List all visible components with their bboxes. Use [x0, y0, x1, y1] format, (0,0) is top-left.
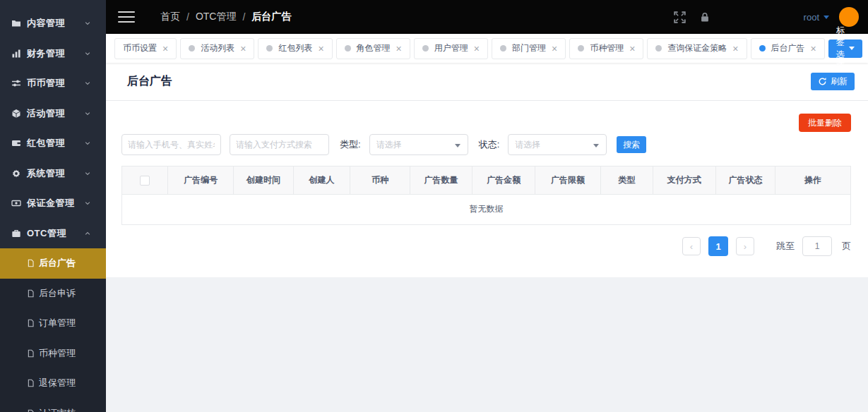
caret-down-icon — [849, 47, 855, 50]
chevron-down-icon — [84, 170, 91, 177]
breadcrumb-current: 后台广告 — [251, 11, 291, 23]
select-all-checkbox[interactable] — [140, 176, 150, 186]
file-icon — [27, 349, 35, 358]
type-select[interactable]: 请选择 — [369, 134, 468, 155]
sidebar-item-label: 币币管理 — [27, 77, 84, 90]
sidebar-item-coin-mgmt[interactable]: 币币管理 — [0, 68, 106, 99]
ads-table: 广告编号 创建时间 创建人 币种 广告数量 广告金额 广告限额 类型 支付方式 … — [121, 166, 851, 225]
caret-down-icon — [455, 144, 460, 147]
tab-label: 后台广告 — [771, 42, 805, 54]
tab-backend-ads[interactable]: 后台广告 × — [751, 38, 825, 59]
tab-coin-settings[interactable]: 币币设置 × — [114, 38, 177, 59]
tab-dot-icon — [500, 45, 506, 52]
column-header-creator: 创建人 — [293, 166, 350, 194]
cube-icon — [11, 109, 21, 119]
close-icon[interactable]: × — [732, 44, 738, 54]
sidebar-item-redpacket-mgmt[interactable]: 红包管理 — [0, 128, 106, 159]
tab-label: 查询保证金策略 — [667, 42, 727, 54]
phone-name-search-input[interactable] — [121, 134, 221, 155]
close-icon[interactable]: × — [552, 44, 557, 54]
column-header-ad-id: 广告编号 — [168, 166, 234, 194]
tab-activity-list[interactable]: 活动列表 × — [180, 38, 254, 59]
fullscreen-icon[interactable] — [674, 11, 686, 23]
select-all-cell — [122, 166, 168, 194]
banknote-icon — [11, 198, 21, 208]
file-icon — [27, 319, 35, 327]
close-icon[interactable]: × — [474, 44, 480, 54]
tag-options-button[interactable]: 标签选项 — [828, 40, 862, 58]
type-filter-label: 类型: — [340, 138, 361, 151]
submenu-item-label: 币种管理 — [39, 347, 76, 360]
search-button[interactable]: 搜索 — [617, 136, 646, 153]
refresh-button[interactable]: 刷新 — [811, 73, 855, 90]
close-icon[interactable]: × — [396, 44, 402, 54]
column-header-payment-method: 支付方式 — [653, 166, 716, 194]
sidebar-item-finance-mgmt[interactable]: 财务管理 — [0, 39, 106, 69]
page-title: 后台广告 — [127, 74, 172, 89]
close-icon[interactable]: × — [162, 44, 168, 54]
next-page-button[interactable]: › — [736, 237, 754, 255]
submenu-item-label: 退保管理 — [39, 377, 76, 389]
submenu-item-order-mgmt[interactable]: 订单管理 — [0, 308, 106, 339]
prev-page-button[interactable]: ‹ — [682, 237, 701, 255]
tab-label: 币币设置 — [123, 42, 157, 54]
file-icon — [27, 289, 35, 298]
sidebar-item-otc-mgmt[interactable]: OTC管理 — [0, 219, 106, 249]
sidebar-item-system-mgmt[interactable]: 系统管理 — [0, 159, 106, 189]
breadcrumb-section[interactable]: OTC管理 — [196, 11, 237, 23]
close-icon[interactable]: × — [318, 44, 323, 54]
title-bar: 后台广告 刷新 — [106, 63, 868, 101]
tab-currency-mgmt[interactable]: 币种管理 × — [569, 38, 643, 59]
empty-state-text: 暂无数据 — [122, 194, 850, 224]
hamburger-menu-icon[interactable] — [118, 8, 135, 26]
bulk-delete-button[interactable]: 批量删除 — [799, 114, 851, 132]
sidebar-item-label: 活动管理 — [27, 107, 84, 120]
breadcrumb-separator: / — [242, 11, 245, 23]
caret-down-icon — [824, 16, 829, 19]
submenu-item-refund-mgmt[interactable]: 退保管理 — [0, 368, 106, 399]
lock-icon[interactable] — [699, 11, 711, 23]
column-header-ad-limit: 广告限额 — [535, 166, 601, 194]
empty-state-row: 暂无数据 — [122, 194, 850, 224]
close-icon[interactable]: × — [629, 44, 635, 54]
file-icon — [27, 259, 35, 267]
sidebar-item-margin-mgmt[interactable]: 保证金管理 — [0, 188, 106, 219]
close-icon[interactable]: × — [240, 44, 246, 54]
file-icon — [27, 409, 35, 412]
sidebar-item-content-mgmt[interactable]: 内容管理 — [0, 8, 106, 39]
refresh-icon — [818, 77, 827, 86]
submenu-item-currency-mgmt[interactable]: 币种管理 — [0, 339, 106, 369]
file-icon — [27, 379, 35, 387]
bar-chart-icon — [11, 49, 21, 59]
payment-method-search-input[interactable] — [230, 134, 329, 155]
sidebar-item-activity-mgmt[interactable]: 活动管理 — [0, 99, 106, 129]
submenu-item-verification[interactable]: 认证审核 — [0, 399, 106, 412]
sidebar-item-label: 保证金管理 — [27, 197, 84, 210]
tab-margin-policy-query[interactable]: 查询保证金策略 × — [647, 38, 747, 59]
wallet-icon — [11, 138, 21, 148]
table-header-row: 广告编号 创建时间 创建人 币种 广告数量 广告金额 广告限额 类型 支付方式 … — [122, 166, 850, 194]
sidebar-item-label: OTC管理 — [27, 227, 84, 240]
column-header-ad-amount: 广告金额 — [472, 166, 535, 194]
page-unit-label: 页 — [842, 240, 851, 253]
main-area: 首页 / OTC管理 / 后台广告 root 币币设置 × 活动列表 × — [106, 0, 868, 412]
breadcrumb-home[interactable]: 首页 — [160, 11, 180, 23]
status-select[interactable]: 请选择 — [508, 134, 607, 155]
jump-to-label: 跳至 — [776, 240, 795, 253]
submenu-item-label: 后台申诉 — [39, 287, 76, 300]
tab-dot-icon — [422, 45, 429, 52]
tab-department-mgmt[interactable]: 部门管理 × — [492, 38, 566, 59]
jump-page-input[interactable] — [802, 236, 832, 256]
user-menu[interactable]: root — [804, 12, 829, 23]
sidebar-item-label: 系统管理 — [27, 167, 84, 180]
gear-icon — [11, 169, 21, 178]
tab-user-mgmt[interactable]: 用户管理 × — [414, 38, 488, 59]
tab-dot-icon — [345, 45, 351, 52]
submenu-item-backend-appeals[interactable]: 后台申诉 — [0, 279, 106, 309]
tab-label: 活动列表 — [201, 42, 234, 54]
tab-redpacket-list[interactable]: 红包列表 × — [258, 38, 332, 59]
submenu-item-backend-ads[interactable]: 后台广告 — [0, 248, 106, 279]
close-icon[interactable]: × — [811, 44, 816, 54]
page-1-button[interactable]: 1 — [708, 236, 728, 256]
tab-role-mgmt[interactable]: 角色管理 × — [336, 38, 410, 59]
